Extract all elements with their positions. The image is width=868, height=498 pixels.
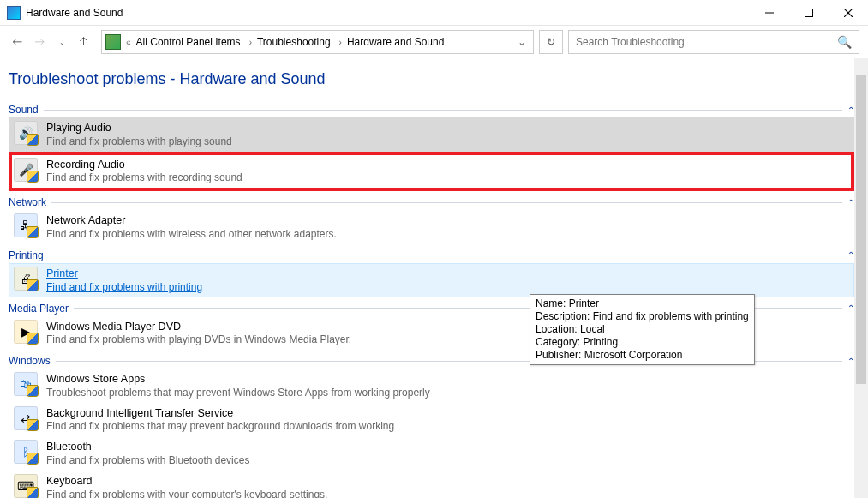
breadcrumb-item[interactable]: All Control Panel Items (133, 31, 248, 53)
troubleshooter-item[interactable]: ᛒBluetoothFind and fix problems with Blu… (9, 436, 854, 471)
minimize-button[interactable] (750, 0, 789, 26)
breadcrumb-item[interactable]: Hardware and Sound (344, 31, 451, 53)
up-button[interactable]: 🡡 (75, 33, 93, 51)
section-header[interactable]: Sound⌃ (9, 104, 854, 116)
item-name: Network Adapter (46, 214, 337, 228)
tooltip-desc: Find and fix problems with printing (593, 310, 749, 322)
item-text: Windows Store AppsTroubleshoot problems … (46, 372, 430, 399)
search-icon[interactable]: 🔍 (837, 35, 852, 49)
address-bar[interactable]: « All Control Panel Items › Troubleshoot… (101, 30, 534, 54)
item-text: KeyboardFind and fix problems with your … (46, 474, 327, 498)
item-name: Windows Store Apps (46, 373, 430, 387)
tooltip-cat: Printing (583, 336, 618, 348)
section-divider (49, 255, 842, 255)
chevron-up-icon[interactable]: ⌃ (847, 357, 854, 366)
shield-overlay-icon (27, 453, 39, 465)
recent-dropdown[interactable]: ⌄ (53, 33, 70, 51)
chevron-icon[interactable]: › (338, 38, 344, 47)
troubleshooter-item[interactable]: 🖧Network AdapterFind and fix problems wi… (9, 210, 854, 244)
section-header[interactable]: Network⌃ (9, 196, 854, 208)
search-bar[interactable]: 🔍 (568, 30, 859, 54)
section-title: Printing (9, 249, 44, 261)
chevron-up-icon[interactable]: ⌃ (847, 250, 854, 260)
store-icon: 🛍 (14, 372, 38, 396)
net-icon: 🖧 (14, 213, 38, 237)
search-input[interactable] (576, 36, 837, 48)
tooltip-name-label: Name: (536, 297, 566, 309)
section-title: Sound (9, 104, 39, 116)
section-header[interactable]: Printing⌃ (9, 249, 854, 261)
tooltip-name: Printer (569, 297, 599, 309)
speaker-icon: 🔊 (14, 121, 38, 145)
item-name: Recording Audio (46, 159, 242, 172)
bits-icon: ⇄ (14, 406, 38, 430)
item-desc: Find and fix problems with Bluetooth dev… (46, 454, 249, 467)
item-desc: Find and fix problems with wireless and … (46, 228, 337, 241)
forward-button[interactable]: 🡢 (31, 33, 48, 51)
page-heading: Troubleshoot problems - Hardware and Sou… (9, 70, 854, 88)
item-desc: Find and fix problems with playing DVDs … (46, 333, 351, 346)
section-divider (51, 202, 842, 203)
kb-icon: ⌨ (14, 474, 38, 498)
troubleshooter-item[interactable]: 🔊Playing AudioFind and fix problems with… (9, 117, 854, 152)
item-desc: Troubleshoot problems that may prevent W… (46, 387, 430, 399)
item-text: BluetoothFind and fix problems with Blue… (46, 440, 249, 467)
close-button[interactable] (829, 0, 868, 26)
troubleshooter-item[interactable]: 🛍Windows Store AppsTroubleshoot problems… (9, 369, 854, 403)
tooltip-desc-label: Description: (536, 310, 590, 322)
address-dropdown[interactable]: ⌄ (512, 36, 531, 48)
item-desc: Find and fix problems with your computer… (46, 489, 327, 498)
address-icon (105, 34, 121, 50)
back-button[interactable]: 🡠 (9, 33, 26, 51)
chevron-icon[interactable]: › (248, 38, 254, 47)
mic-icon: 🎤 (14, 158, 38, 182)
shield-overlay-icon (27, 171, 39, 183)
chevron-up-icon[interactable]: ⌃ (847, 198, 854, 207)
scrollbar[interactable] (854, 58, 868, 498)
troubleshooter-item[interactable]: 🖨PrinterFind and fix problems with print… (9, 263, 854, 297)
shield-overlay-icon (27, 226, 39, 238)
shield-overlay-icon (27, 385, 39, 397)
item-text: Network AdapterFind and fix problems wit… (46, 213, 337, 241)
section-title: Windows (9, 355, 51, 367)
section-title: Media Player (9, 303, 69, 315)
svg-rect-1 (805, 9, 813, 16)
titlebar: Hardware and Sound (0, 0, 868, 26)
item-name: Background Intelligent Transfer Service (46, 407, 394, 421)
item-desc: Find and fix problems with playing sound (46, 135, 232, 148)
shield-overlay-icon (27, 419, 39, 431)
nav-arrows: 🡠 🡢 ⌄ 🡡 (9, 33, 93, 51)
item-name: Printer (46, 267, 202, 281)
troubleshooter-item[interactable]: ⇄Background Intelligent Transfer Service… (9, 403, 854, 437)
section-divider (44, 110, 842, 111)
chevron-up-icon[interactable]: ⌃ (847, 303, 854, 313)
wmp-icon: ▶ (14, 320, 38, 344)
window-controls (750, 0, 868, 26)
chevron-up-icon[interactable]: ⌃ (847, 105, 854, 115)
tooltip-pub-label: Publisher: (536, 349, 581, 361)
section-title: Network (9, 196, 46, 208)
troubleshooter-item[interactable]: 🎤Recording AudioFind and fix problems wi… (9, 152, 854, 192)
navbar: 🡠 🡢 ⌄ 🡡 « All Control Panel Items › Trou… (0, 26, 868, 58)
chevron-icon[interactable]: « (124, 38, 133, 47)
app-icon (7, 6, 21, 20)
window-title: Hardware and Sound (26, 7, 123, 19)
tooltip-cat-label: Category: (536, 336, 580, 348)
maximize-button[interactable] (789, 0, 829, 26)
item-text: PrinterFind and fix problems with printi… (46, 267, 202, 294)
tooltip: Name: Printer Description: Find and fix … (530, 294, 755, 365)
troubleshooter-item[interactable]: ⌨KeyboardFind and fix problems with your… (9, 471, 854, 498)
shield-overlay-icon (27, 333, 39, 345)
tooltip-loc-label: Location: (536, 323, 578, 335)
item-text: Background Intelligent Transfer ServiceF… (46, 406, 394, 434)
shield-overlay-icon (27, 134, 39, 146)
item-desc: Find and fix problems with recording sou… (46, 171, 242, 184)
bt-icon: ᛒ (14, 440, 38, 464)
item-text: Recording AudioFind and fix problems wit… (46, 158, 242, 185)
item-name: Bluetooth (46, 441, 249, 454)
scrollbar-thumb[interactable] (856, 75, 866, 384)
breadcrumb-item[interactable]: Troubleshooting (254, 31, 338, 53)
item-desc: Find and fix problems with printing (46, 281, 202, 294)
refresh-button[interactable]: ↻ (539, 30, 563, 54)
content-area: Troubleshoot problems - Hardware and Sou… (0, 58, 868, 498)
